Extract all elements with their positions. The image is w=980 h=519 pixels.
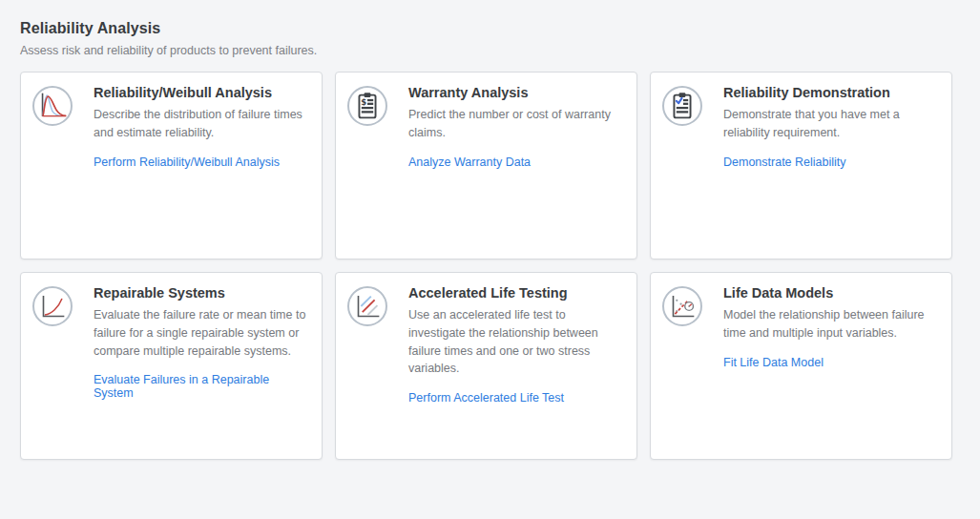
page-title: Reliability Analysis — [20, 20, 980, 37]
link-fit-life-data-model[interactable]: Fit Life Data Model — [723, 356, 824, 369]
card-accelerated-life-testing: Accelerated Life Testing Use an accelera… — [335, 272, 637, 460]
card-life-data-models: Life Data Models Model the relationship … — [650, 272, 952, 460]
clipboard-check-icon — [662, 86, 702, 126]
card-description: Use an accelerated life test to investig… — [408, 306, 623, 378]
card-title: Reliability/Weibull Analysis — [94, 85, 308, 100]
card-description: Predict the number or cost of warranty c… — [408, 106, 623, 142]
parallel-trend-lines-chart-icon — [347, 286, 387, 326]
link-demonstrate-reliability[interactable]: Demonstrate Reliability — [723, 156, 846, 169]
page-header: Reliability Analysis Assess risk and rel… — [0, 0, 980, 57]
weibull-distribution-icon — [32, 86, 73, 126]
card-warranty-analysis: $ Warranty Analysis Predict the number o… — [335, 72, 637, 260]
link-analyze-warranty-data[interactable]: Analyze Warranty Data — [408, 156, 531, 169]
card-repairable-systems: Repairable Systems Evaluate the failure … — [20, 272, 323, 460]
card-description: Evaluate the failure rate or mean time t… — [94, 306, 308, 360]
dollar-glyph: $ — [361, 97, 366, 107]
link-evaluate-failures-in-a-repairable-system[interactable]: Evaluate Failures in a Repairable System — [94, 373, 308, 400]
card-title: Accelerated Life Testing — [408, 285, 623, 301]
clipboard-dollar-icon: $ — [347, 86, 387, 126]
rising-curve-chart-icon — [32, 286, 73, 326]
analysis-cards-grid: Reliability/Weibull Analysis Describe th… — [20, 72, 952, 460]
card-description: Model the relationship between failure t… — [723, 306, 938, 343]
card-reliability-demonstration: Reliability Demonstration Demonstrate th… — [650, 72, 952, 260]
link-perform-reliability-weibull-analysis[interactable]: Perform Reliability/Weibull Analysis — [94, 156, 280, 169]
page-subtitle: Assess risk and reliability of products … — [20, 44, 980, 57]
link-perform-accelerated-life-test[interactable]: Perform Accelerated Life Test — [408, 391, 564, 405]
card-description: Demonstrate that you have met a reliabil… — [723, 106, 938, 142]
scatter-gauge-chart-icon — [662, 286, 702, 326]
card-title: Repairable Systems — [94, 285, 308, 301]
card-reliability-weibull-analysis: Reliability/Weibull Analysis Describe th… — [20, 72, 323, 260]
card-title: Life Data Models — [723, 285, 938, 301]
card-description: Describe the distribution of failure tim… — [94, 106, 308, 142]
card-title: Reliability Demonstration — [723, 85, 938, 100]
card-title: Warranty Analysis — [408, 85, 623, 100]
